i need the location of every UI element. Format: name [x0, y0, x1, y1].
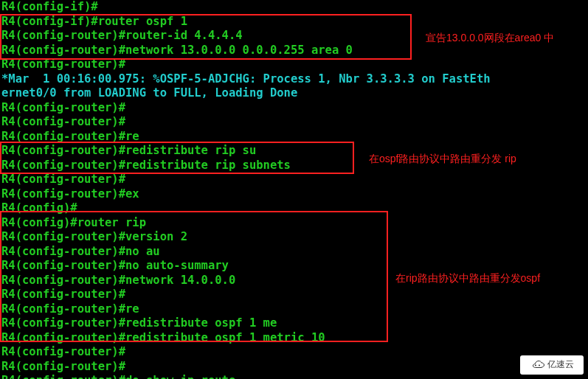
terminal-line: R4(config-router)#no au [1, 245, 491, 260]
watermark-text: 亿速云 [547, 358, 574, 372]
annotation-redistribute-rip: 在ospf路由协议中路由重分发 rip [369, 152, 516, 167]
terminal-line: R4(config-router)#do show ip route [1, 374, 491, 379]
terminal-line: R4(config-router)# [1, 173, 491, 187]
svg-point-0 [535, 365, 536, 366]
terminal-line: R4(config-router)# [1, 115, 491, 130]
watermark-logo: 亿速云 [520, 355, 584, 375]
terminal-line: ernet0/0 from LOADING to FULL, Loading D… [1, 86, 491, 101]
terminal-line: *Mar 1 00:16:00.975: %OSPF-5-ADJCHG: Pro… [1, 72, 491, 87]
terminal-line: R4(config-router)# [1, 345, 491, 360]
terminal-line: R4(config-router)#network 13.0.0.0 0.0.0… [1, 44, 491, 58]
terminal-line: R4(config)#router rip [1, 216, 491, 231]
terminal-line: R4(config-router)# [1, 58, 491, 72]
terminal-output[interactable]: R4(config-if)#R4(config-if)#router ospf … [1, 0, 491, 379]
svg-point-1 [539, 365, 540, 366]
terminal-line: R4(config-router)#redistribute ospf 1 me… [1, 331, 491, 346]
terminal-line: R4(config-router)# [1, 288, 491, 302]
annotation-ospf-area: 宣告13.0.0.0网段在area0 中 [426, 31, 554, 46]
terminal-line: R4(config-router)#re [1, 130, 491, 145]
terminal-line: R4(config-router)# [1, 101, 491, 116]
terminal-line: R4(config-router)#re [1, 302, 491, 317]
annotation-redistribute-ospf: 在rip路由协议中路由重分发ospf [395, 271, 540, 286]
terminal-line: R4(config-if)#router ospf 1 [1, 15, 491, 29]
terminal-line: R4(config-router)#ex [1, 187, 491, 202]
terminal-line: R4(config)# [1, 201, 491, 216]
terminal-line: R4(config-router)#redistribute ospf 1 me [1, 316, 491, 331]
terminal-line: R4(config-router)#version 2 [1, 230, 491, 245]
terminal-line: R4(config-router)# [1, 360, 491, 375]
cloud-icon [530, 360, 545, 370]
terminal-line: R4(config-if)# [1, 0, 491, 15]
terminal-line: R4(config-router)#router-id 4.4.4.4 [1, 29, 491, 44]
